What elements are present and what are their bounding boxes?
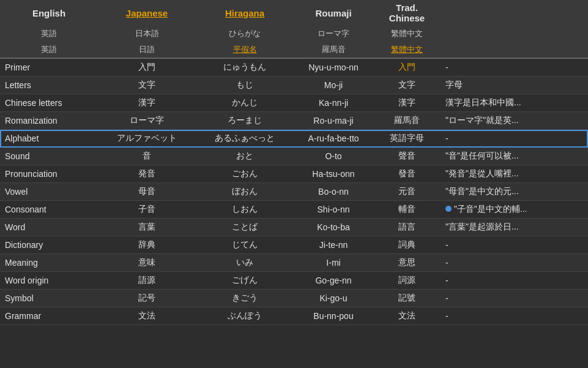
cell-japanese: 子音 <box>98 201 196 219</box>
table-row[interactable]: Pronunciation発音ごおんHa-tsu-onn發音"発音"是從人嘴裡.… <box>0 165 588 183</box>
cell-roumaji: I-mi <box>294 254 373 272</box>
cell-hiragana: おと <box>196 148 294 165</box>
cell-hiragana: もじ <box>196 77 294 94</box>
cell-roumaji: Go-ge-nn <box>294 272 373 290</box>
cell-trad-chinese: 發音 <box>373 165 441 183</box>
cell-roumaji: Ro-u-ma-ji <box>294 112 373 130</box>
cell-extra: "ローマ字"就是英... <box>441 112 588 130</box>
table-row[interactable]: Primer入門にゅうもんNyu-u-mo-nn入門- <box>0 58 588 77</box>
japanese-link[interactable]: Japanese <box>126 8 168 18</box>
cell-trad-chinese: 意思 <box>373 254 441 272</box>
cell-english: Word <box>0 219 98 236</box>
cell-hiragana: ごげん <box>196 272 294 290</box>
table-row[interactable]: Chinese letters漢字かんじKa-nn-ji漢字漢字是日本和中國..… <box>0 94 588 112</box>
cell-japanese: 辞典 <box>98 236 196 254</box>
cell-trad-chinese: 文法 <box>373 307 441 325</box>
cell-extra: "母音"是中文的元... <box>441 183 588 201</box>
cell-trad-chinese: 元音 <box>373 183 441 201</box>
cell-hiragana: じてん <box>196 236 294 254</box>
table-row[interactable]: AlphabetアルファベットあるふぁべっとA-ru-fa-be-tto英語字母… <box>0 130 588 148</box>
cell-roumaji: Ki-go-u <box>294 290 373 307</box>
cell-japanese: 文法 <box>98 307 196 325</box>
cell-roumaji: Ka-nn-ji <box>294 94 373 112</box>
cell-extra: - <box>441 58 588 77</box>
header-extra-row2 <box>441 26 588 42</box>
cell-hiragana: かんじ <box>196 94 294 112</box>
cell-hiragana: ことば <box>196 219 294 236</box>
header-japanese-row2: 日本語 <box>98 26 196 42</box>
cell-english: Symbol <box>0 290 98 307</box>
header-row-1: English Japanese Hiragana Roumaji Trad. … <box>0 0 588 26</box>
header-english-row3: 英語 <box>0 42 98 58</box>
header-english-row2: 英語 <box>0 26 98 42</box>
cell-roumaji: Shi-o-nn <box>294 201 373 219</box>
table-row[interactable]: Letters文字もじMo-ji文字字母 <box>0 77 588 94</box>
header-hiragana-row3[interactable]: 平假名 <box>196 42 294 58</box>
table-row[interactable]: Sound音おとO-to聲音"音"是任何可以被... <box>0 148 588 165</box>
cell-extra: - <box>441 130 588 148</box>
table-row[interactable]: Dictionary辞典じてんJi-te-nn詞典- <box>0 236 588 254</box>
cell-trad-chinese: 輔音 <box>373 201 441 219</box>
header-trad-chinese-row2: 繁體中文 <box>373 26 441 42</box>
cell-trad-chinese: 語言 <box>373 219 441 236</box>
cell-english: Primer <box>0 58 98 77</box>
header-roumaji: Roumaji <box>294 0 373 26</box>
cell-trad-chinese: 英語字母 <box>373 130 441 148</box>
header-row-3: 英語 日語 平假名 羅馬音 繁體中文 <box>0 42 588 58</box>
header-row-2: 英語 日本語 ひらがな ローマ字 繁體中文 <box>0 26 588 42</box>
table-row[interactable]: Vowel母音ぼおんBo-o-nn元音"母音"是中文的元... <box>0 183 588 201</box>
header-hiragana[interactable]: Hiragana <box>196 0 294 26</box>
cell-english: Vowel <box>0 183 98 201</box>
cell-hiragana: ぶんぽう <box>196 307 294 325</box>
cell-japanese: 記号 <box>98 290 196 307</box>
cell-extra: - <box>441 272 588 290</box>
cell-roumaji: Bu-nn-pou <box>294 307 373 325</box>
cell-japanese: 漢字 <box>98 94 196 112</box>
header-japanese-row3: 日語 <box>98 42 196 58</box>
cell-english: Dictionary <box>0 236 98 254</box>
table-row[interactable]: Symbol記号きごうKi-go-u記號- <box>0 290 588 307</box>
cell-hiragana: あるふぁべっと <box>196 130 294 148</box>
table-row[interactable]: Romanizationローマ字ろーまじRo-u-ma-ji羅馬音"ローマ字"就… <box>0 112 588 130</box>
cell-english: Meaning <box>0 254 98 272</box>
table-row[interactable]: Grammar文法ぶんぽうBu-nn-pou文法- <box>0 307 588 325</box>
cell-japanese: 発音 <box>98 165 196 183</box>
table-row[interactable]: Word言葉ことばKo-to-ba語言"言葉"是起源於日... <box>0 219 588 236</box>
vocabulary-table: English Japanese Hiragana Roumaji Trad. … <box>0 0 588 325</box>
cell-english: Chinese letters <box>0 94 98 112</box>
header-roumaji-row2: ローマ字 <box>294 26 373 42</box>
cell-extra: "言葉"是起源於日... <box>441 219 588 236</box>
cell-japanese: 文字 <box>98 77 196 94</box>
cell-roumaji: Bo-o-nn <box>294 183 373 201</box>
hiragana-link[interactable]: Hiragana <box>225 8 264 18</box>
header-hiragana-row2: ひらがな <box>196 26 294 42</box>
cell-extra: 漢字是日本和中國... <box>441 94 588 112</box>
cell-english: Romanization <box>0 112 98 130</box>
cell-extra: "子音"是中文的輔... <box>441 201 588 219</box>
trad-chinese-row3-link[interactable]: 繁體中文 <box>391 45 423 54</box>
table-row[interactable]: Consonant子音しおんShi-o-nn輔音 "子音"是中文的輔... <box>0 201 588 219</box>
hiragana-row3-link[interactable]: 平假名 <box>233 45 257 54</box>
cell-japanese: 入門 <box>98 58 196 77</box>
cell-roumaji: Ko-to-ba <box>294 219 373 236</box>
cell-hiragana: ごおん <box>196 165 294 183</box>
cell-japanese: ローマ字 <box>98 112 196 130</box>
header-japanese[interactable]: Japanese <box>98 0 196 26</box>
table-row[interactable]: Word origin語源ごげんGo-ge-nn詞源- <box>0 272 588 290</box>
cell-japanese: 意味 <box>98 254 196 272</box>
table-body: Primer入門にゅうもんNyu-u-mo-nn入門-Letters文字もじMo… <box>0 58 588 325</box>
header-english: English <box>0 0 98 26</box>
cell-roumaji: Ji-te-nn <box>294 236 373 254</box>
cell-roumaji: O-to <box>294 148 373 165</box>
cell-hiragana: にゅうもん <box>196 58 294 77</box>
cell-extra: - <box>441 307 588 325</box>
table-row[interactable]: Meaning意味いみI-mi意思- <box>0 254 588 272</box>
header-extra <box>441 0 588 26</box>
header-trad-chinese-row3[interactable]: 繁體中文 <box>373 42 441 58</box>
cell-extra: - <box>441 290 588 307</box>
cell-extra: - <box>441 254 588 272</box>
cell-extra: 字母 <box>441 77 588 94</box>
cell-japanese: 母音 <box>98 183 196 201</box>
cell-trad-chinese: 漢字 <box>373 94 441 112</box>
cell-roumaji: Mo-ji <box>294 77 373 94</box>
